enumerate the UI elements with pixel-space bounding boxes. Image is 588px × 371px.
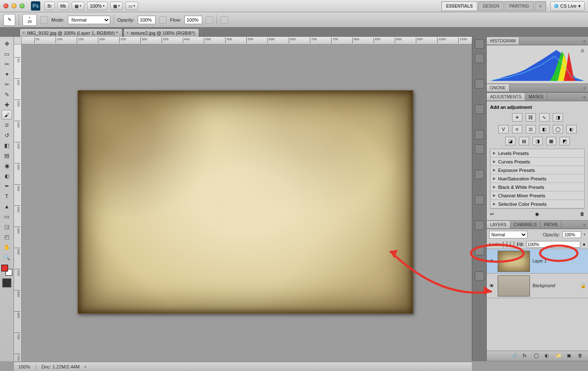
character-panel-icon[interactable]	[475, 221, 484, 230]
lock-all-icon[interactable]	[513, 241, 514, 247]
marquee-tool[interactable]: ▭	[2, 49, 12, 58]
opacity-pressure-icon[interactable]	[159, 16, 167, 24]
quick-mask-icon[interactable]	[2, 278, 11, 288]
group-icon[interactable]: 📁	[556, 353, 563, 360]
layers-tab[interactable]: LAYERS	[487, 221, 510, 228]
preset-item[interactable]: ▶Curves Presets	[490, 158, 584, 166]
screen-mode-button[interactable]: ▭▾	[125, 2, 138, 10]
layer-thumbnail[interactable]	[498, 275, 530, 296]
workspace-essentials[interactable]: ESSENTIALS	[441, 1, 477, 11]
status-menu-icon[interactable]: ▸	[85, 365, 86, 368]
layer-name[interactable]: Layer 1	[532, 259, 546, 263]
histogram-tab[interactable]: HISTOGRAM	[487, 37, 519, 44]
panel-menu-icon[interactable]: ≡	[581, 223, 588, 227]
paths-tab[interactable]: PATHS	[541, 221, 561, 228]
color-balance-icon[interactable]: ⚖	[526, 125, 536, 133]
history-brush-tool[interactable]: ↺	[2, 130, 12, 140]
swatches-panel-icon[interactable]	[475, 195, 484, 205]
arrange-docs-button[interactable]: ▦▾	[110, 2, 123, 10]
selective-color-icon[interactable]: ◩	[560, 137, 570, 145]
info-panel-icon[interactable]	[475, 79, 484, 89]
pen-tool[interactable]: ✒	[2, 181, 12, 191]
doc-tab-0[interactable]: ×IMG_9192.jpg @ 100% (Layer 1, RGB/8#) *	[20, 28, 123, 37]
posterize-icon[interactable]: ▤	[519, 137, 529, 145]
type-tool[interactable]: T	[2, 191, 12, 201]
ruler-horizontal[interactable]: 5010015020025030035040045050055060065070…	[22, 37, 472, 44]
trash-icon[interactable]: 🗑	[580, 211, 585, 217]
workspace-painting[interactable]: PAINTING	[504, 1, 533, 11]
lasso-tool[interactable]: ✂	[2, 59, 12, 69]
mask-icon[interactable]: ◯	[534, 353, 541, 360]
panel-icon[interactable]	[475, 144, 484, 154]
close-tab-icon[interactable]: ×	[126, 30, 129, 35]
preset-item[interactable]: ▶Black & White Presets	[490, 183, 584, 191]
3d-tool[interactable]: ◲	[2, 222, 12, 231]
brightness-icon[interactable]: ☀	[512, 113, 522, 122]
hand-tool[interactable]: ✋	[2, 242, 12, 252]
zoom-tool[interactable]: 🔍	[2, 252, 12, 262]
ruler-origin[interactable]	[14, 37, 22, 44]
shape-tool[interactable]: ▭	[2, 212, 12, 221]
lock-pixels-icon[interactable]	[506, 241, 507, 247]
minibridge-button[interactable]: Mb	[57, 2, 69, 10]
fx-icon[interactable]: fx	[523, 353, 529, 360]
masks-tab[interactable]: MASKS	[525, 93, 547, 100]
airbrush-icon[interactable]	[206, 16, 213, 24]
tablet-pressure-icon[interactable]	[220, 16, 228, 24]
onone-tab[interactable]: ONONE	[487, 84, 510, 91]
threshold-icon[interactable]: ◨	[532, 137, 543, 145]
path-selection-tool[interactable]: ▲	[2, 202, 12, 211]
doc-tab-1[interactable]: ×texture2.jpg @ 100% (RGB/8*)	[123, 28, 199, 37]
flow-input[interactable]	[184, 16, 202, 24]
brush-preset-icon[interactable]: •20	[22, 14, 37, 26]
gradient-tool[interactable]: ▤	[2, 151, 12, 160]
status-zoom[interactable]: 100%	[18, 364, 30, 369]
minibridge-panel-icon[interactable]	[475, 39, 484, 49]
gradient-map-icon[interactable]: ▦	[546, 137, 556, 145]
actions-panel-icon[interactable]	[475, 246, 484, 255]
dodge-tool[interactable]: ◐	[2, 171, 12, 180]
magic-wand-tool[interactable]: ✦	[2, 69, 12, 79]
view-extras-button[interactable]: ▦▾	[72, 2, 84, 10]
tool-preset-icon[interactable]: ✎	[3, 14, 15, 26]
bw-icon[interactable]: ◧	[539, 125, 549, 133]
brush-panel-icon[interactable]	[40, 16, 48, 24]
healing-brush-tool[interactable]: ✚	[2, 100, 12, 109]
bridge-button[interactable]: Br	[45, 2, 55, 10]
layer-row-1[interactable]: 👁 Background 🔒	[487, 274, 588, 298]
ruler-vertical[interactable]: 5010015020025030035040045050055060065070…	[14, 44, 22, 361]
preset-item[interactable]: ▶Levels Presets	[490, 149, 584, 158]
workspace-more-icon[interactable]: »	[535, 1, 546, 11]
status-doc-size[interactable]: Doc: 1.22M/2.44M	[42, 364, 80, 369]
preset-item[interactable]: ▶Channel Mixer Presets	[490, 191, 584, 200]
zoom-level-button[interactable]: 100%▾	[87, 2, 108, 10]
channel-mixer-icon[interactable]: ◐	[566, 125, 577, 133]
channels-tab[interactable]: CHANNELS	[510, 221, 541, 228]
blend-mode-select[interactable]: Normal	[68, 16, 110, 24]
layer-row-0[interactable]: 👁 Layer 1	[487, 249, 588, 274]
layer-blend-select[interactable]: Normal	[489, 231, 527, 238]
invert-icon[interactable]: ◪	[505, 137, 516, 145]
adj-back-icon[interactable]: ↩	[490, 211, 494, 217]
eraser-tool[interactable]: ◧	[2, 141, 12, 150]
preset-item[interactable]: ▶Selective Color Presets	[490, 200, 584, 208]
workspace-design[interactable]: DESIGN	[478, 1, 504, 11]
trash-icon[interactable]: 🗑	[578, 353, 585, 360]
3d-camera-tool[interactable]: ◰	[2, 232, 12, 241]
exposure-icon[interactable]: ◨	[553, 113, 563, 122]
preset-item[interactable]: ▶Hue/Saturation Presets	[490, 174, 584, 183]
eyedropper-tool[interactable]: ✎	[2, 90, 12, 99]
blur-tool[interactable]: ◉	[2, 161, 12, 170]
lock-position-icon[interactable]	[510, 241, 511, 247]
move-tool[interactable]: ✥	[2, 39, 12, 48]
layer-name[interactable]: Background	[532, 283, 555, 288]
minimize-window-icon[interactable]	[11, 3, 17, 8]
opacity-input[interactable]	[138, 16, 156, 24]
panel-menu-icon[interactable]: ≡	[581, 95, 588, 99]
hue-sat-icon[interactable]: ≡	[512, 125, 522, 133]
new-layer-icon[interactable]: ▣	[567, 353, 574, 360]
layer-opacity-input[interactable]	[563, 231, 581, 238]
close-window-icon[interactable]	[3, 3, 8, 8]
fill-input[interactable]	[527, 241, 580, 248]
navigator-panel-icon[interactable]	[475, 170, 484, 179]
